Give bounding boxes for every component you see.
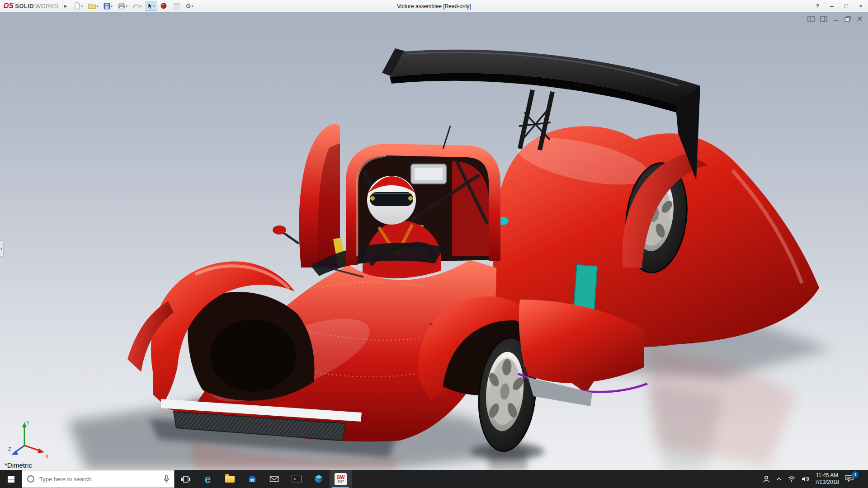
orientation-triad: Y X Z [8, 418, 52, 459]
x-axis-arrow-icon [38, 448, 44, 453]
doc-restore-icon[interactable] [844, 16, 851, 22]
dropdown-caret-icon[interactable]: ▾ [111, 5, 113, 8]
start-button[interactable] [0, 470, 22, 488]
help-button[interactable]: ? [810, 0, 825, 12]
dropdown-caret-icon[interactable]: ▾ [192, 5, 193, 8]
new-document-icon [74, 2, 80, 9]
document-properties-button[interactable] [171, 1, 182, 11]
quick-access-toolbar: ▾ ▾ ▾ ▾ ▾ ▾ [72, 1, 195, 11]
command-prompt-button[interactable]: >_ [285, 470, 307, 488]
dropdown-caret-icon[interactable]: ▾ [140, 5, 142, 8]
open-folder-icon [88, 3, 96, 9]
minimize-button[interactable]: – [825, 0, 839, 12]
edge-icon: e [205, 474, 211, 485]
doc-close-icon[interactable] [857, 16, 863, 22]
action-center-button[interactable]: 4 [845, 474, 857, 484]
volume-button[interactable] [802, 476, 809, 482]
store-bag-icon [248, 474, 257, 483]
network-button[interactable] [788, 476, 796, 482]
save-floppy-icon [104, 3, 110, 9]
command-prompt-icon: >_ [292, 475, 302, 483]
save-button[interactable]: ▾ [102, 1, 114, 11]
z-axis-label: Z [8, 446, 11, 452]
chevron-up-icon [776, 477, 782, 481]
system-tray: 11:45 AM 7/13/2018 4 [762, 470, 868, 488]
window-controls: ? – □ × [810, 0, 868, 12]
appearance-button[interactable] [158, 1, 169, 11]
ds-logo-icon: DS [4, 2, 14, 10]
microphone-icon[interactable] [163, 475, 170, 483]
solidworks-logo: DS SOLIDWORKS [4, 2, 61, 10]
x-axis-label: X [45, 454, 49, 459]
3d-viewer-button[interactable] [307, 470, 330, 488]
new-document-button[interactable]: ▾ [72, 1, 85, 11]
model-render[interactable] [0, 12, 868, 470]
file-explorer-button[interactable] [219, 470, 241, 488]
panel-collapse-tab[interactable] [0, 240, 4, 257]
dropdown-caret-icon[interactable]: ▾ [126, 5, 127, 8]
printer-icon [118, 3, 125, 9]
properties-sheet-icon [174, 3, 179, 9]
file-explorer-icon [225, 476, 235, 483]
cortana-ring-icon[interactable] [27, 475, 35, 483]
wifi-icon [788, 476, 796, 482]
teal-intake-panel [574, 265, 598, 311]
taskbar-search[interactable] [22, 470, 175, 488]
titlebar: DS SOLIDWORKS ▶ ▾ ▾ ▾ ▾ ▾ [0, 0, 868, 12]
edge-browser-button[interactable]: e [197, 470, 219, 488]
logo-text-solid: SOLID [15, 3, 34, 9]
document-window-controls [807, 16, 863, 22]
undo-button[interactable]: ▾ [131, 1, 144, 11]
close-button[interactable]: × [854, 0, 868, 12]
left-rear-fender [299, 124, 340, 267]
mail-envelope-icon [269, 475, 279, 483]
doc-minimize-icon[interactable] [833, 16, 839, 22]
windows-logo-icon [7, 475, 15, 483]
people-button[interactable] [762, 475, 770, 483]
logo-text-works: WORKS [35, 3, 58, 9]
people-icon [762, 475, 770, 483]
mail-button[interactable] [263, 470, 285, 488]
pane-split-left-icon[interactable] [807, 16, 815, 22]
window-title: Voiture assemblee [Read-only] [397, 0, 471, 12]
menu-flyout-arrow-icon[interactable]: ▶ [62, 0, 71, 12]
tray-expand-button[interactable] [776, 477, 782, 481]
taskbar-app-icons: e >_ [175, 470, 352, 488]
select-tool-button[interactable]: ▾ [146, 1, 157, 11]
titlebar-left: DS SOLIDWORKS ▶ ▾ ▾ ▾ ▾ ▾ [0, 0, 195, 12]
options-button[interactable]: ⚙ ▾ [184, 1, 195, 11]
appearance-sphere-icon [160, 3, 167, 9]
notification-badge: 4 [852, 471, 859, 478]
undo-arrow-icon [132, 3, 140, 9]
taskbar-clock[interactable]: 11:45 AM 7/13/2018 [815, 472, 839, 486]
solidworks-app-button[interactable]: SW 2017 [330, 470, 352, 488]
store-button[interactable] [241, 470, 263, 488]
solidworks-icon: SW 2017 [335, 473, 347, 485]
3d-viewer-icon [314, 474, 323, 483]
y-axis-label: Y [26, 420, 30, 426]
speaker-icon [802, 476, 809, 482]
task-view-icon [181, 475, 191, 483]
driver-helmet [367, 176, 416, 225]
graphics-area[interactable]: Y X Z *Dimetric [0, 12, 868, 470]
view-orientation-label: *Dimetric [5, 461, 32, 469]
clock-time: 11:45 AM [815, 472, 839, 479]
pane-split-right-icon[interactable] [820, 16, 827, 22]
dropdown-caret-icon[interactable]: ▾ [97, 5, 99, 8]
dropdown-caret-icon[interactable]: ▾ [153, 5, 155, 8]
dropdown-caret-icon[interactable]: ▾ [81, 5, 83, 8]
clock-date: 7/13/2018 [815, 479, 839, 486]
open-document-button[interactable]: ▾ [86, 1, 100, 11]
print-button[interactable]: ▾ [116, 1, 129, 11]
gear-icon[interactable]: ⚙ [185, 3, 191, 9]
windows-taskbar: e >_ [0, 470, 868, 488]
search-input[interactable] [38, 475, 160, 483]
task-view-button[interactable] [175, 470, 197, 488]
select-cursor-icon [147, 3, 153, 9]
maximize-button[interactable]: □ [839, 0, 854, 12]
